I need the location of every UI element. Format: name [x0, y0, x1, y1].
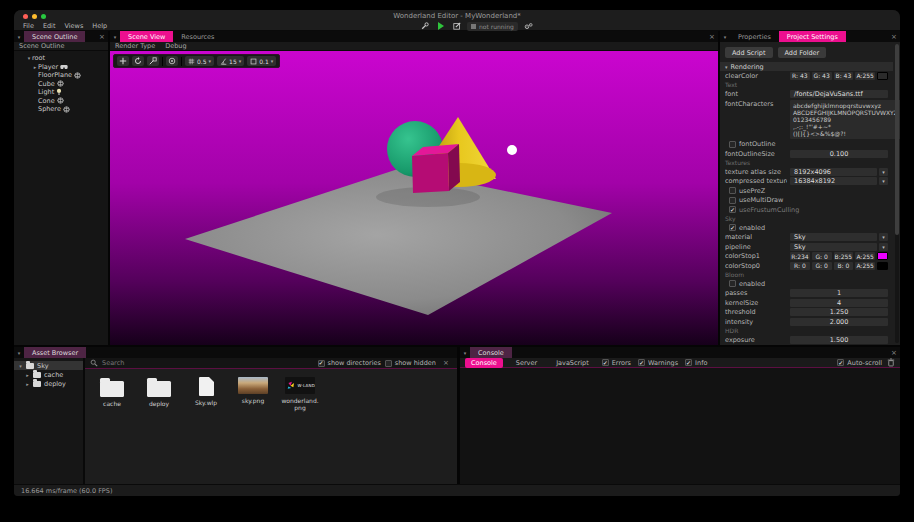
chevron-right-icon[interactable]: ▸	[25, 372, 30, 378]
scale-tool-button[interactable]	[147, 56, 159, 66]
clearcolor-r-input[interactable]: R: 43	[790, 72, 810, 80]
menu-file[interactable]: File	[23, 22, 34, 30]
search-input[interactable]: Search	[102, 359, 314, 367]
compressedtextureatlassize-select[interactable]: 16384x8192	[790, 177, 877, 185]
asset-item-deploy[interactable]: deploy	[140, 377, 178, 408]
clearcolor-g-input[interactable]: G: 43	[812, 72, 832, 80]
close-icon[interactable]: ×	[706, 31, 718, 42]
tab-scene-view[interactable]: Scene View	[120, 31, 173, 42]
colorstop0-a-input[interactable]: A:255	[855, 262, 875, 270]
render-type-menu[interactable]: Render Type	[115, 42, 155, 50]
pivot-mode-button[interactable]	[166, 56, 178, 66]
panel-menu-icon[interactable]: ▾	[720, 31, 730, 42]
tree-node-player[interactable]: ▸ Player	[14, 63, 108, 72]
pipeline-select[interactable]: Sky	[790, 243, 877, 251]
chevron-down-icon[interactable]: ▾	[879, 177, 888, 185]
asset-tree-cache[interactable]: ▸ cache	[14, 370, 83, 379]
zoom-window-button[interactable]	[41, 14, 46, 19]
menu-help[interactable]: Help	[92, 22, 107, 30]
tab-resources[interactable]: Resources	[173, 31, 222, 42]
add-script-button[interactable]: Add Script	[725, 47, 773, 58]
tab-asset-browser[interactable]: Asset Browser	[24, 347, 86, 358]
panel-menu-icon[interactable]: ▾	[110, 31, 120, 42]
tree-node-sphere[interactable]: Sphere	[14, 105, 108, 114]
properties-scrollbar[interactable]	[895, 44, 899, 343]
asset-item-skypng[interactable]: sky.png	[234, 377, 272, 405]
warnings-toggle[interactable]: ✓ Warnings	[638, 359, 678, 367]
scale-snap-control[interactable]: 0.1 ▾	[247, 56, 276, 66]
filter-server[interactable]: Server	[510, 358, 543, 368]
colorstop0-r-input[interactable]: R: 0	[790, 262, 810, 270]
tree-node-floorplane[interactable]: FloorPlane	[14, 71, 108, 80]
tab-properties[interactable]: Properties	[730, 31, 779, 42]
chevron-down-icon[interactable]: ▾	[879, 168, 888, 176]
show-hidden-checkbox[interactable]	[385, 360, 392, 367]
chevron-down-icon[interactable]: ▾	[18, 363, 23, 369]
open-editor-button[interactable]	[451, 21, 462, 31]
fontoutline-checkbox[interactable]	[729, 141, 736, 148]
useprez-checkbox[interactable]	[729, 187, 736, 194]
trash-icon[interactable]	[887, 358, 895, 367]
filter-javascript[interactable]: JavaScript	[550, 358, 595, 368]
autoscroll-toggle[interactable]: ✓ Auto-scroll	[837, 359, 882, 367]
colorstop1-g-input[interactable]: G: 0	[812, 252, 832, 260]
console-output[interactable]	[460, 368, 900, 484]
colorstop1-a-input[interactable]: A:255	[855, 252, 875, 260]
scrollbar-thumb[interactable]	[895, 44, 899, 235]
textureatlassize-select[interactable]: 8192x4096	[790, 168, 877, 176]
bloom-enabled-checkbox[interactable]	[729, 280, 736, 287]
chevron-down-icon[interactable]: ▾	[879, 233, 888, 241]
panel-menu-icon[interactable]: ▾	[14, 347, 24, 358]
asset-item-cache[interactable]: cache	[93, 377, 131, 408]
asset-item-wonderlandpng[interactable]: W·LAND wonderland.png	[281, 377, 319, 411]
viewport-3d[interactable]: 0.5 ▾ 15 ▾ 0.1 ▾	[110, 51, 718, 345]
close-window-button[interactable]	[23, 14, 28, 19]
asset-item-skywlp[interactable]: Sky.wlp	[187, 377, 225, 407]
asset-tree-sky[interactable]: ▾ Sky	[14, 361, 83, 370]
chevron-down-icon[interactable]: ▾	[879, 243, 888, 251]
warnings-checkbox[interactable]: ✓	[638, 359, 645, 366]
minimize-window-button[interactable]	[32, 14, 37, 19]
intensity-input[interactable]: 2.000	[790, 318, 888, 326]
clearcolor-swatch[interactable]	[877, 72, 888, 80]
colorstop0-b-input[interactable]: B: 0	[834, 262, 854, 270]
colorstop1-b-input[interactable]: B:255	[834, 252, 854, 260]
panel-menu-icon[interactable]: ▾	[460, 347, 470, 358]
errors-toggle[interactable]: ✓ Errors	[602, 359, 631, 367]
clearcolor-a-input[interactable]: A:255	[855, 72, 875, 80]
rotate-tool-button[interactable]	[132, 56, 144, 66]
add-folder-button[interactable]: Add Folder	[778, 47, 827, 58]
run-status-chip[interactable]: not running	[467, 22, 518, 31]
tree-node-root[interactable]: ▾ root	[14, 54, 108, 63]
passes-input[interactable]: 1	[790, 289, 888, 297]
colorstop1-swatch[interactable]	[877, 252, 888, 260]
material-select[interactable]: Sky	[790, 233, 877, 241]
run-button[interactable]	[435, 21, 446, 31]
show-directories-checkbox[interactable]: ✓	[318, 360, 325, 367]
show-hidden-toggle[interactable]: show hidden	[385, 359, 436, 367]
fontcharacters-input[interactable]: abcdefghijklmnopqrstuvwxyz ABCDEFGHIJKLM…	[790, 100, 900, 139]
info-checkbox[interactable]: ✓	[685, 359, 692, 366]
info-toggle[interactable]: ✓ Info	[685, 359, 707, 367]
tab-console[interactable]: Console	[470, 347, 512, 358]
panel-menu-icon[interactable]: ▾	[14, 31, 24, 42]
show-directories-toggle[interactable]: ✓ show directories	[318, 359, 381, 367]
filter-console[interactable]: Console	[465, 358, 503, 368]
clearcolor-b-input[interactable]: B: 43	[834, 72, 854, 80]
close-icon[interactable]: ×	[888, 347, 900, 358]
errors-checkbox[interactable]: ✓	[602, 359, 609, 366]
menu-edit[interactable]: Edit	[43, 22, 56, 30]
colorstop1-r-input[interactable]: R:234	[790, 252, 810, 260]
colorstop0-g-input[interactable]: G: 0	[812, 262, 832, 270]
kernelsize-input[interactable]: 4	[790, 299, 888, 307]
usefrustumculling-checkbox[interactable]: ✓	[729, 206, 736, 213]
section-rendering[interactable]: ▾ Rendering	[720, 62, 893, 71]
exposure-input[interactable]: 1.500	[790, 336, 888, 344]
threshold-input[interactable]: 1.250	[790, 308, 888, 316]
font-input[interactable]: /fonts/DejaVuSans.ttf	[790, 90, 888, 98]
chevron-right-icon[interactable]: ▸	[25, 381, 30, 387]
sky-enabled-checkbox[interactable]: ✓	[729, 224, 736, 231]
tab-scene-outline[interactable]: Scene Outline	[24, 31, 85, 42]
tree-node-light[interactable]: Light	[14, 88, 108, 97]
close-icon[interactable]: ×	[440, 359, 452, 367]
